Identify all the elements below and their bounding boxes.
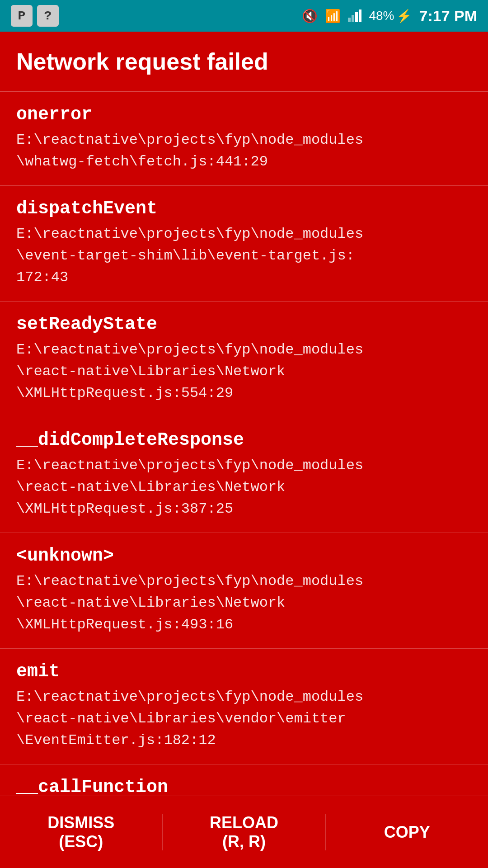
stack-path-5: E:\reactnative\projects\fyp\node_modules…: [16, 686, 472, 751]
svg-rect-1: [352, 15, 354, 22]
mute-icon: 🔇: [302, 9, 318, 24]
stack-function-4: <unknown>: [16, 546, 472, 566]
stack-item-3: __didCompleteResponse E:\reactnative\pro…: [0, 417, 488, 533]
reload-button[interactable]: RELOAD (R, R): [163, 804, 325, 860]
svg-rect-3: [359, 9, 361, 22]
stack-item-5: emit E:\reactnative\projects\fyp\node_mo…: [0, 649, 488, 764]
stack-function-5: emit: [16, 661, 472, 682]
copy-button[interactable]: COPY: [326, 814, 488, 851]
battery-bolt-icon: ⚡: [396, 9, 412, 24]
main-content: Network request failed onerror E:\reactn…: [0, 32, 488, 796]
svg-rect-0: [348, 18, 351, 22]
stack-path-3: E:\reactnative\projects\fyp\node_modules…: [16, 455, 472, 520]
copy-label: COPY: [384, 823, 430, 842]
status-bar-left: P ?: [11, 5, 59, 27]
stack-function-3: __didCompleteResponse: [16, 430, 472, 450]
app-icon-1: P: [11, 5, 33, 27]
signal-icon: [348, 9, 361, 22]
stack-path-4: E:\reactnative\projects\fyp\node_modules…: [16, 571, 472, 636]
svg-rect-2: [355, 12, 358, 22]
stack-item-0: onerror E:\reactnative\projects\fyp\node…: [0, 92, 488, 186]
stack-item-2: setReadyState E:\reactnative\projects\fy…: [0, 302, 488, 417]
status-bar-right: 🔇 📶 48% ⚡ 7:17 PM: [302, 7, 477, 25]
error-title: Network request failed: [16, 48, 472, 75]
battery-percent: 48%: [369, 9, 394, 23]
battery-indicator: 48% ⚡: [369, 9, 412, 24]
status-bar: P ? 🔇 📶 48% ⚡ 7:17 PM: [0, 0, 488, 32]
reload-label: RELOAD (R, R): [210, 813, 278, 851]
stack-function-1: dispatchEvent: [16, 198, 472, 219]
clock-time: 7:17 PM: [419, 7, 478, 25]
stack-item-4: <unknown> E:\reactnative\projects\fyp\no…: [0, 533, 488, 649]
stack-function-2: setReadyState: [16, 314, 472, 335]
stack-item-6: __callFunction E:\reactnative\projects\f…: [0, 764, 488, 796]
dismiss-button[interactable]: DISMISS (ESC): [0, 804, 162, 860]
app-icon-2: ?: [37, 5, 59, 27]
dismiss-label: DISMISS (ESC): [47, 813, 114, 851]
stack-path-1: E:\reactnative\projects\fyp\node_modules…: [16, 223, 472, 288]
stack-function-0: onerror: [16, 104, 472, 125]
bottom-bar: DISMISS (ESC) RELOAD (R, R) COPY: [0, 796, 488, 868]
stack-item-1: dispatchEvent E:\reactnative\projects\fy…: [0, 186, 488, 302]
stack-path-0: E:\reactnative\projects\fyp\node_modules…: [16, 129, 472, 173]
wifi-icon: 📶: [325, 9, 341, 24]
stack-function-6: __callFunction: [16, 777, 472, 796]
error-title-section: Network request failed: [0, 32, 488, 92]
stack-path-2: E:\reactnative\projects\fyp\node_modules…: [16, 339, 472, 404]
